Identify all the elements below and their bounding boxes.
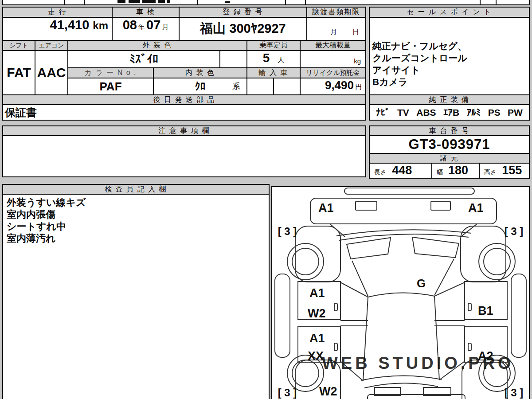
color-no-value: PAF [67, 78, 154, 95]
cropped-text-fragment [129, 0, 140, 3]
capacity-header: 乗車定員 [246, 40, 301, 51]
exterior-color-header: 外 装 色 [67, 40, 247, 51]
mileage-header: 走 行 [2, 7, 113, 18]
cropped-text-fragment [167, 0, 170, 3]
mark-door-rear-left-bottom: XX [308, 349, 324, 363]
mark-hood: G [417, 277, 426, 290]
genuine-equipment-list-item: ｴｱB [443, 107, 459, 118]
rocker-left [275, 274, 290, 357]
sales-points-header: セ ー ル ス ポ イ ン ト [369, 7, 530, 18]
max-load-header: 最大積載量 [300, 40, 366, 51]
genuine-equipment-header: 純 正 装 備 [369, 94, 530, 105]
deadline-value-cell: 月 日 [306, 17, 366, 41]
headlight-left [356, 201, 377, 210]
spec-width-value: 180 [448, 164, 468, 177]
capacity-value-cell: 5 人 [246, 50, 301, 68]
door-handle-front-right [468, 303, 471, 311]
car-damage-diagram: WEB STUDIO.PRO A1 A1 G A1 W2 A1 XX B1 A2… [271, 186, 530, 399]
sales-points-body-item: 純正ナビ・フルセグ、 [372, 40, 526, 52]
recycle-value: 9,490 [325, 78, 354, 92]
car-diagram-svg: WEB STUDIO.PRO A1 A1 G A1 W2 A1 XX B1 A2… [272, 187, 529, 399]
inspection-value-cell: 08 年 07 月 [112, 17, 180, 41]
recycle-value-cell: 9,490 円 [300, 78, 366, 95]
interior-color-suffix: 系 [232, 81, 240, 92]
inspection-year: 08 [123, 18, 137, 32]
inspection-month: 07 [146, 18, 160, 32]
spec-height-cell: 高さ 155 [479, 163, 530, 179]
cropped-text-fragment [142, 0, 156, 3]
spec-length-label: 長さ [374, 168, 387, 176]
genuine-equipment-list-item: PW [508, 107, 523, 118]
inspection-year-suffix: 年 [138, 23, 145, 31]
cropped-text-fragment [117, 0, 125, 3]
wheel-front-right [479, 243, 515, 280]
max-load-cell: kg [300, 50, 366, 68]
sales-points-body: 純正ナビ・フルセグ、クルーズコントロールアイサイトBカメラ [369, 17, 530, 95]
interior-color-value: ｸﾛ [195, 80, 206, 93]
genuine-equipment-list-item: PS [488, 107, 501, 118]
windshield-left-pane [347, 238, 391, 259]
max-load-unit: kg [354, 57, 361, 65]
inspector-body: 外装うすい線キズ室内内張傷シートすれ中室内薄汚れ [2, 194, 270, 399]
exterior-color-value: ﾐｽﾞｲﾛ [67, 50, 220, 68]
mark-door-front-right: B1 [478, 304, 493, 317]
cropped-text-fragment [158, 0, 165, 3]
notes-header: 注 意 事 項 欄 [2, 125, 366, 136]
mark-fender-rear-left: W2 [319, 385, 337, 398]
sales-points-body-item: クルーズコントロール [372, 52, 526, 64]
mark-tire-front-right: [ 3 ] [505, 225, 524, 237]
inspector-body-item: 室内薄汚れ [7, 232, 265, 244]
genuine-equipment-list-item: ﾅﾋﾞ [376, 107, 390, 118]
later-parts-header: 後 日 発 送 部 品 [2, 94, 366, 105]
headlight-right [431, 201, 450, 210]
deadline-day-label: 日 [352, 28, 359, 36]
spec-width-cell: 幅 180 [431, 163, 480, 179]
cropped-text-fragment [225, 1, 230, 3]
rocker-right [511, 274, 526, 357]
chassis-value: GT3-093971 [369, 135, 530, 154]
exterior-color-empty-cell [219, 50, 247, 68]
mileage-value-cell: 41,410 km [2, 17, 113, 41]
capacity-value: 5 [263, 51, 270, 65]
capacity-unit: 人 [278, 56, 284, 64]
genuine-equipment-list: ﾅﾋﾞTVABSｴｱBｱﾙﾐPSPW [369, 104, 530, 121]
windshield-right-pane [412, 237, 459, 258]
sales-points-body-item: アイサイト [372, 64, 526, 76]
interior-color-header: 内 装 色 [153, 67, 247, 78]
recycle-unit: 円 [355, 83, 362, 91]
mileage-value: 41,410 [50, 18, 90, 32]
inspector-body-item: 室内内張傷 [7, 208, 265, 220]
specs-header: 諸 元 [369, 153, 530, 164]
registration-value: 福山 300ﾔ2927 [179, 17, 307, 41]
import-empty-cell-2 [273, 78, 301, 95]
inspector-body-item: 外装うすい線キズ [7, 196, 265, 208]
door-handle-rear-left [334, 343, 337, 351]
inspection-month-suffix: 月 [162, 23, 168, 31]
front-top-bar [344, 188, 474, 194]
inspector-body-item: シートすれ中 [7, 220, 265, 232]
recycle-header: リサイクル預託金 [300, 67, 366, 78]
import-empty-cell-1 [246, 78, 274, 95]
shift-value: FAT [2, 50, 35, 95]
genuine-equipment-list-item: ABS [416, 107, 436, 118]
aircon-value: AAC [35, 50, 68, 95]
mark-door-front-left-top: A1 [309, 286, 325, 300]
color-no-header: カ ラ ー N o . [67, 67, 154, 78]
deadline-month-label: 月 [330, 28, 337, 36]
aircon-header: エアコン [35, 40, 68, 51]
chassis-header: 車 台 番 号 [369, 125, 530, 136]
mark-door-rear-right: A2 [478, 349, 493, 363]
interior-color-cell: ｸﾛ 系 [153, 78, 247, 95]
mark-front-left: A1 [318, 201, 334, 215]
registration-header: 登 録 番 号 [179, 7, 307, 18]
mark-front-right: A1 [468, 201, 484, 215]
mileage-unit: km [93, 20, 108, 32]
mark-tire-rear-right: [ 3 ] [505, 387, 524, 399]
cropped-top-row [2, 0, 530, 5]
fender-front-left [295, 226, 340, 282]
later-parts-value: 保証書 [2, 104, 366, 121]
inspector-header: 検 査 員 記 入 欄 [2, 184, 270, 195]
shift-header: シフト [2, 40, 35, 51]
mark-tire-rear-left: [ 3 ] [278, 387, 297, 399]
spec-height-label: 高さ [484, 168, 497, 176]
